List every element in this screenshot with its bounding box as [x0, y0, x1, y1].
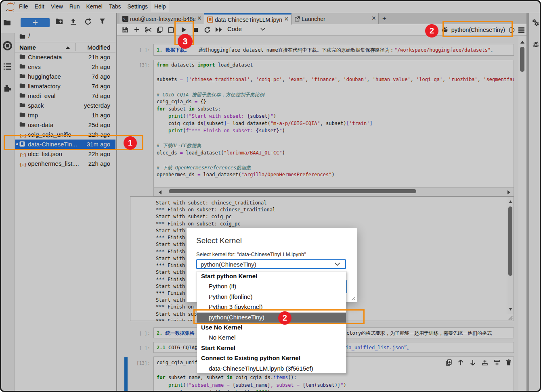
kernel-option-label: data-ChineseTinyLLM.ipynb (3f5615ef) — [209, 365, 313, 372]
kernel-option-label: Start python Kernel — [201, 273, 257, 279]
annotation-rect-2a — [442, 21, 513, 37]
annotation-badge-1: 1 — [124, 136, 137, 150]
kernel-select-value: python(ChineseTiny) — [201, 261, 256, 268]
dialog-title: Select Kernel — [196, 236, 242, 245]
kernel-option-data-chinesetinyllm-ipynb-3f5615ef-[interactable]: data-ChineseTinyLLM.ipynb (3f5615ef) — [197, 364, 346, 374]
kernel-option-label: Connect to Existing python Kernel — [201, 354, 300, 361]
kernel-option-start-python-kernel[interactable]: Start python Kernel — [197, 271, 346, 281]
annotation-badge-2a: 2 — [425, 24, 438, 38]
kernel-option-python-lfonline-[interactable]: Python (lfonline) — [197, 292, 346, 302]
annotation-badge-2b: 2 — [278, 311, 291, 325]
kernel-option-label: Python (lf) — [209, 283, 236, 290]
kernel-option-label: Python (lfonline) — [209, 293, 252, 300]
kernel-select-input[interactable]: python(ChineseTiny) — [196, 259, 346, 269]
kernel-option-label: Use No Kernel — [201, 324, 243, 331]
annotation-rect-1 — [4, 135, 143, 150]
kernel-option-python-lf-[interactable]: Python (lf) — [197, 281, 346, 292]
kernel-option-label: Start Kernel — [201, 344, 235, 351]
kernel-option-connect-to-existing-python-kernel[interactable]: Connect to Existing python Kernel — [197, 353, 346, 363]
dialog-resize-grip[interactable] — [351, 296, 356, 301]
kernel-option-no-kernel[interactable]: No Kernel — [197, 333, 346, 343]
chevron-down-icon — [334, 263, 340, 266]
window-background: FileEditViewRunKernelTabsSettingsHelp — [0, 0, 541, 392]
annotation-badge-3: 3 — [178, 34, 193, 49]
dialog-label: Select kernel for: "data-ChineseTinyLLM.… — [196, 251, 306, 257]
kernel-option-start-kernel[interactable]: Start Kernel — [197, 343, 346, 353]
kernel-option-label: No Kernel — [209, 334, 236, 341]
jupyterlab-window: FileEditViewRunKernelTabsSettingsHelp — [0, 0, 541, 392]
